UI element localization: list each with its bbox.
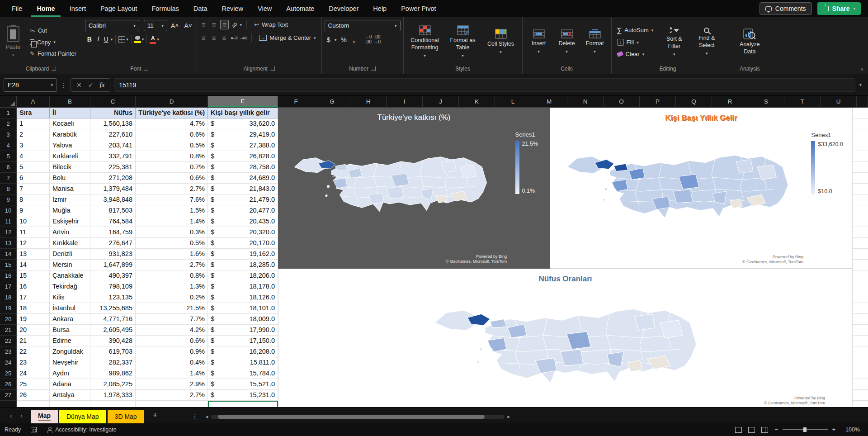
cell[interactable]: 23 bbox=[17, 357, 50, 368]
cell[interactable]: 19 bbox=[17, 314, 50, 325]
cell[interactable]: $18,126.0 bbox=[208, 292, 278, 303]
column-header-A[interactable]: A bbox=[17, 96, 50, 107]
cell[interactable]: Karabük bbox=[50, 129, 90, 140]
header-cell[interactable]: İl bbox=[50, 108, 90, 118]
dialog-launcher-icon[interactable] bbox=[52, 66, 56, 71]
cell[interactable]: $20,477.0 bbox=[208, 205, 278, 216]
dialog-launcher-icon[interactable] bbox=[144, 66, 148, 71]
cell[interactable]: 0.5% bbox=[136, 238, 208, 249]
cell[interactable] bbox=[90, 401, 136, 407]
cell[interactable]: 817,503 bbox=[90, 205, 136, 216]
row-header-2[interactable]: 2 bbox=[0, 118, 16, 129]
row-header-25[interactable]: 25 bbox=[0, 368, 16, 379]
expand-formula-bar-icon[interactable]: ▾ bbox=[859, 82, 868, 88]
name-box[interactable]: E28▾ bbox=[4, 78, 57, 92]
menu-item-data[interactable]: Data bbox=[188, 1, 213, 17]
cell[interactable]: 798,109 bbox=[90, 281, 136, 292]
cell[interactable]: 13,255,685 bbox=[90, 303, 136, 314]
insert-function-icon[interactable]: fx bbox=[99, 81, 104, 89]
cancel-icon[interactable]: ✕ bbox=[76, 81, 82, 89]
cell[interactable]: 3 bbox=[17, 140, 50, 151]
cell[interactable]: 7.7% bbox=[136, 314, 208, 325]
italic-button[interactable]: I bbox=[95, 36, 102, 43]
cell[interactable]: $18,009.0 bbox=[208, 314, 278, 325]
row-header-3[interactable]: 3 bbox=[0, 129, 16, 140]
select-all-corner[interactable] bbox=[0, 96, 17, 108]
cell[interactable]: 2,605,495 bbox=[90, 325, 136, 336]
row-header-4[interactable]: 4 bbox=[0, 140, 16, 151]
cell[interactable]: 0.8% bbox=[136, 151, 208, 162]
menu-item-page-layout[interactable]: Page Layout bbox=[95, 1, 142, 17]
row-header-14[interactable]: 14 bbox=[0, 249, 16, 260]
cell[interactable]: 15 bbox=[17, 270, 50, 281]
cell[interactable]: 21.5% bbox=[136, 303, 208, 314]
cell[interactable]: 227,610 bbox=[90, 129, 136, 140]
scroll-left-icon[interactable]: ◂ bbox=[205, 413, 208, 420]
cell[interactable]: $29,419.0 bbox=[208, 129, 278, 140]
cell[interactable]: 225,381 bbox=[90, 162, 136, 173]
page-layout-view-icon[interactable] bbox=[748, 427, 755, 433]
cell[interactable]: 6 bbox=[17, 173, 50, 184]
analyze-data-button[interactable]: Analyze Data bbox=[733, 27, 766, 57]
cell[interactable]: 22 bbox=[17, 346, 50, 357]
column-header-M[interactable]: M bbox=[531, 96, 567, 107]
cell[interactable]: 1,647,899 bbox=[90, 260, 136, 270]
cell[interactable]: 24 bbox=[17, 368, 50, 379]
cell[interactable]: 0.7% bbox=[136, 162, 208, 173]
row-header-22[interactable]: 22 bbox=[0, 336, 16, 346]
cell[interactable]: $20,170.0 bbox=[208, 238, 278, 249]
cell[interactable]: 0.6% bbox=[136, 129, 208, 140]
cell[interactable]: 1,379,484 bbox=[90, 184, 136, 194]
scroll-right-icon[interactable]: ▸ bbox=[507, 413, 510, 420]
cell[interactable]: $15,521.0 bbox=[208, 379, 278, 390]
column-header-P[interactable]: P bbox=[640, 96, 676, 107]
row-header-17[interactable]: 17 bbox=[0, 281, 16, 292]
zoom-slider[interactable] bbox=[783, 429, 828, 430]
cell[interactable]: $27,388.0 bbox=[208, 140, 278, 151]
align-bottom-button[interactable]: ≡ bbox=[220, 20, 229, 29]
menu-item-formulas[interactable]: Formulas bbox=[146, 1, 184, 17]
page-break-view-icon[interactable] bbox=[761, 427, 768, 433]
cell[interactable]: 7.6% bbox=[136, 194, 208, 205]
fill-color-button[interactable] bbox=[134, 36, 141, 43]
cell[interactable]: 1.4% bbox=[136, 216, 208, 227]
borders-button[interactable] bbox=[118, 36, 125, 43]
cell[interactable]: $18,206.0 bbox=[208, 270, 278, 281]
tab-overflow-icon[interactable]: ⋮ bbox=[165, 412, 203, 423]
clear-button[interactable]: Clear▾ bbox=[614, 49, 656, 59]
sheet-tab-3d-map[interactable]: 3D Map bbox=[108, 410, 144, 423]
cell[interactable]: 2.7% bbox=[136, 260, 208, 270]
cell[interactable]: Mersin bbox=[50, 260, 90, 270]
cell[interactable]: Zonguldak bbox=[50, 346, 90, 357]
collapse-ribbon-icon[interactable]: ˅ bbox=[861, 66, 863, 72]
cell[interactable]: $26,828.0 bbox=[208, 151, 278, 162]
row-header-18[interactable]: 18 bbox=[0, 292, 16, 303]
align-middle-button[interactable]: ≡ bbox=[210, 20, 218, 29]
sort-filter-button[interactable]: AZ Sort & Filter ▾ bbox=[660, 25, 689, 59]
column-header-E[interactable]: E bbox=[208, 96, 278, 107]
cell[interactable]: 931,823 bbox=[90, 249, 136, 260]
dialog-launcher-icon[interactable] bbox=[270, 66, 275, 71]
increase-font-button[interactable]: A˄ bbox=[169, 22, 181, 29]
share-button[interactable]: Share ▾ bbox=[817, 2, 861, 15]
cell[interactable]: 2.9% bbox=[136, 379, 208, 390]
cell[interactable]: Aydın bbox=[50, 368, 90, 379]
column-header-R[interactable]: R bbox=[712, 96, 748, 107]
column-header-Q[interactable]: Q bbox=[676, 96, 712, 107]
row-header-23[interactable]: 23 bbox=[0, 346, 16, 357]
cell[interactable]: $24,689.0 bbox=[208, 173, 278, 184]
cell[interactable]: 4,771,716 bbox=[90, 314, 136, 325]
cell[interactable]: 0.4% bbox=[136, 357, 208, 368]
enter-icon[interactable]: ✓ bbox=[88, 81, 94, 89]
font-family-select[interactable]: Calibri▾ bbox=[85, 20, 139, 31]
cell[interactable]: $17,150.0 bbox=[208, 336, 278, 346]
scrollbar-track[interactable] bbox=[211, 415, 505, 419]
column-header-G[interactable]: G bbox=[314, 96, 350, 107]
cell[interactable]: Yalova bbox=[50, 140, 90, 151]
scrollbar-thumb[interactable] bbox=[218, 415, 485, 419]
cell[interactable]: 26 bbox=[17, 390, 50, 401]
column-header-U[interactable]: U bbox=[821, 96, 857, 107]
cell[interactable]: 164,759 bbox=[90, 227, 136, 238]
header-cell[interactable]: Nüfus bbox=[90, 108, 136, 118]
menu-item-power-pivot[interactable]: Power Pivot bbox=[396, 1, 441, 17]
